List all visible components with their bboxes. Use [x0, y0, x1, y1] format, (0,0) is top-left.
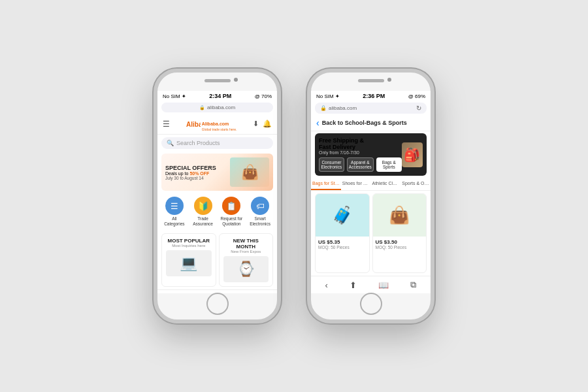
laptop-icon: 💻 [180, 255, 197, 272]
phone2-status-bar: No SIM ✦ 2:36 PM @ 69% [311, 91, 431, 101]
popular-card[interactable]: MOST POPULAR Most Inquiries here 💻 [161, 233, 216, 287]
phone2-status-right: @ 69% [408, 93, 425, 99]
search-bar[interactable]: 🔍 Search Products [161, 137, 273, 149]
consumer-trends-label: CONSUMER TRENDS & NEWS [157, 289, 277, 293]
filter-tabs: Bags for StudentsShoes for StudentsAthle… [311, 178, 431, 191]
back-arrow-icon[interactable]: ‹ [316, 118, 319, 128]
banner-deal: Deals up to 50% OFF [165, 171, 216, 176]
cat-tab-0[interactable]: Consumer Electronics [319, 157, 344, 172]
promo-image: 🎒 [402, 142, 423, 167]
icon-circle-3: 🏷 [251, 197, 269, 215]
special-offers-banner: SPECIAL OFFERS Deals up to 50% OFF July … [161, 154, 273, 191]
icon-item-2[interactable]: 📋 Request for Quotation [218, 197, 244, 227]
promo-sub: Only from 7/16-7/30 [319, 150, 402, 155]
popular-image: 💻 [166, 250, 212, 276]
watch-icon: ⌚ [237, 261, 255, 278]
banner-title: SPECIAL OFFERS [165, 165, 216, 171]
promo-content: Free Shipping &Fast Delivery Only from 7… [319, 137, 402, 172]
phone2-address-bar[interactable]: 🔒 alibaba.com ↻ [315, 103, 427, 114]
banner-image [230, 157, 269, 187]
bell-icon[interactable]: 🔔 [263, 120, 272, 128]
bookmarks-icon[interactable]: 📖 [378, 280, 389, 290]
share-icon[interactable]: ⬆ [350, 280, 357, 290]
logo-sub: Global trade starts here. [202, 128, 237, 131]
popular-title: MOST POPULAR [166, 238, 212, 244]
tabs-icon[interactable]: ⧉ [410, 280, 416, 290]
lock-icon-2: 🔒 [320, 105, 327, 111]
product-moq-1: MOQ: 50 Pieces [376, 245, 424, 250]
icon-item-1[interactable]: 🔰 Trade Assurance [190, 197, 216, 227]
back-nav-icon[interactable]: ‹ [325, 280, 328, 290]
phone2-status-center: 2:36 PM [363, 93, 385, 99]
back-bar: ‹ Back to School-Bags & Sports [311, 115, 431, 131]
new-month-sub: New From Expos [223, 250, 269, 253]
search-icon: 🔍 [167, 140, 174, 146]
phone1-status-right: @ 70% [255, 93, 272, 99]
icon-item-3[interactable]: 🏷 Smart Electronics [247, 197, 273, 227]
phone2-status-left: No SIM ✦ [316, 93, 340, 99]
phone-2: No SIM ✦ 2:36 PM @ 69% 🔒 alibaba.com ↻ ‹… [307, 69, 434, 323]
popular-sub: Most Inquiries here [166, 244, 212, 248]
filter-tab-3[interactable]: Sports & Outdoors [400, 178, 431, 190]
cat-tab-1[interactable]: Apparel & Accessories [347, 157, 374, 172]
promo-banner: Free Shipping &Fast Delivery Only from 7… [315, 133, 427, 176]
nav-icons: ⬇ 🔔 [253, 120, 272, 128]
filter-tab-1[interactable]: Shoes for Students [341, 178, 371, 190]
refresh-icon[interactable]: ↻ [416, 105, 421, 112]
cat-tab-2[interactable]: Bags & Sports [376, 157, 402, 172]
phone1-status-bar: No SIM ✦ 2:34 PM @ 70% [157, 91, 277, 101]
phone1-status-center: 2:34 PM [209, 93, 231, 99]
two-col-section: MOST POPULAR Most Inquiries here 💻 NEW T… [157, 231, 277, 289]
phone1-nav-bar: ☰ Alibaba Alibaba.com Global trade start… [157, 114, 277, 135]
addr-center: 🔒 alibaba.com [320, 105, 357, 111]
banner-line2: July 30 to August 14 [165, 176, 216, 180]
category-tabs: Consumer ElectronicsApparel & Accessorie… [319, 157, 402, 172]
icon-item-0[interactable]: ☰ All Categories [161, 197, 188, 227]
icon-circle-0: ☰ [165, 197, 184, 215]
product-price-1: US $3.50 [376, 239, 424, 245]
logo-text: Alibaba.com [202, 122, 229, 126]
phone1-screen: No SIM ✦ 2:34 PM @ 70% 🔒 alibaba.com ☰ A… [157, 91, 277, 293]
svg-text:Alibaba: Alibaba [186, 121, 201, 128]
icon-label-1: Trade Assurance [190, 216, 216, 227]
filter-tab-0[interactable]: Bags for Students [311, 178, 341, 190]
alibaba-logo-svg: Alibaba [186, 119, 201, 129]
phone2-camera [387, 78, 391, 82]
banner-line1: Deals up to [165, 171, 188, 176]
icon-circle-1: 🔰 [194, 197, 212, 215]
banner-text: SPECIAL OFFERS Deals up to 50% OFF July … [165, 165, 216, 180]
phone1-status-left: No SIM ✦ [163, 93, 186, 99]
icon-circle-2: 📋 [222, 197, 240, 215]
search-placeholder: Search Products [176, 140, 220, 146]
hamburger-icon[interactable]: ☰ [163, 120, 170, 129]
new-month-image: ⌚ [223, 256, 269, 282]
new-month-title: NEW THIS MONTH [223, 238, 269, 250]
icon-grid: ☰ All Categories 🔰 Trade Assurance 📋 Req… [157, 193, 277, 231]
icon-label-2: Request for Quotation [218, 216, 244, 227]
product-info-0: US $5.35 MOQ: 50 Pieces [316, 237, 369, 252]
product-card-1[interactable]: 👜 US $3.50 MOQ: 50 Pieces [372, 193, 427, 273]
product-grid: 🧳 US $5.35 MOQ: 50 Pieces 👜 US $3.50 MOQ… [311, 191, 431, 276]
product-card-0[interactable]: 🧳 US $5.35 MOQ: 50 Pieces [315, 193, 370, 273]
phone1-url: alibaba.com [207, 105, 235, 110]
backpack-icon: 🎒 [404, 147, 420, 163]
lock-icon: 🔒 [199, 105, 205, 110]
phone2-url: alibaba.com [329, 105, 357, 111]
download-icon[interactable]: ⬇ [253, 120, 259, 128]
product-info-1: US $3.50 MOQ: 50 Pieces [373, 237, 427, 252]
product-image-0: 🧳 [316, 194, 369, 237]
banner-highlight: 50% OFF [189, 171, 209, 176]
phone-1: No SIM ✦ 2:34 PM @ 70% 🔒 alibaba.com ☰ A… [154, 69, 281, 323]
promo-title: Free Shipping &Fast Delivery [319, 137, 402, 150]
phone1-address-bar[interactable]: 🔒 alibaba.com [161, 103, 273, 112]
product-moq-0: MOQ: 50 Pieces [318, 245, 367, 250]
back-label: Back to School-Bags & Sports [322, 120, 407, 126]
icon-label-0: All Categories [161, 216, 188, 227]
new-month-card[interactable]: NEW THIS MONTH New From Expos ⌚ [219, 233, 274, 287]
phone1-camera [234, 78, 238, 82]
icon-label-3: Smart Electronics [247, 216, 273, 227]
filter-tab-2[interactable]: Athletic Clothing [371, 178, 401, 190]
phone2-screen: No SIM ✦ 2:36 PM @ 69% 🔒 alibaba.com ↻ ‹… [311, 91, 431, 293]
alibaba-logo: Alibaba Alibaba.com Global trade starts … [186, 116, 237, 131]
scene: No SIM ✦ 2:34 PM @ 70% 🔒 alibaba.com ☰ A… [154, 69, 434, 323]
